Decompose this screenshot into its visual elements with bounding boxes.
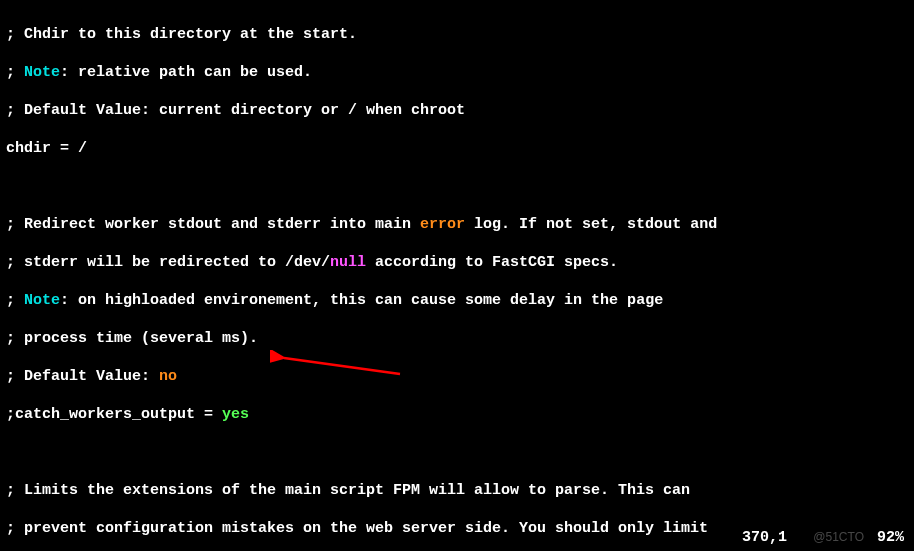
text: ; Default Value: [6, 368, 159, 385]
text: ; Default Value: current directory or / … [6, 102, 465, 119]
code-line: ;catch_workers_output = yes [6, 405, 914, 424]
text: : on highloaded environement, this can c… [60, 292, 663, 309]
text: ; Redirect worker stdout and stderr into… [6, 216, 420, 233]
code-line: ; Note: on highloaded environement, this… [6, 291, 914, 310]
terminal-editor[interactable]: ; Chdir to this directory at the start. … [0, 0, 914, 551]
text: ; [6, 64, 24, 81]
keyword-no: no [159, 368, 177, 385]
code-line: ; Default Value: current directory or / … [6, 101, 914, 120]
text: ; Chdir to this directory at the start. [6, 26, 357, 43]
code-line: ; process time (several ms). [6, 329, 914, 348]
code-line [6, 443, 914, 462]
status-percent: 92% [877, 529, 904, 546]
text: according to FastCGI specs. [366, 254, 618, 271]
code-line [6, 177, 914, 196]
keyword-yes: yes [222, 406, 249, 423]
keyword-null: null [330, 254, 366, 271]
code-line: ; Chdir to this directory at the start. [6, 25, 914, 44]
code-line: chdir = / [6, 139, 914, 158]
keyword-note: Note [24, 292, 60, 309]
text: ; stderr will be redirected to /dev/ [6, 254, 330, 271]
code-line: ; stderr will be redirected to /dev/null… [6, 253, 914, 272]
code-line: ; Default Value: no [6, 367, 914, 386]
code-line: ; Redirect worker stdout and stderr into… [6, 215, 914, 234]
text: log. If not set, stdout and [465, 216, 717, 233]
code-line: ; Limits the extensions of the main scri… [6, 481, 914, 500]
keyword-note: Note [24, 64, 60, 81]
text: ; Limits the extensions of the main scri… [6, 482, 690, 499]
code-line: ; Note: relative path can be used. [6, 63, 914, 82]
text: : relative path can be used. [60, 64, 312, 81]
text: ; [6, 292, 24, 309]
keyword-error: error [420, 216, 465, 233]
text: ;catch_workers_output = [6, 406, 222, 423]
status-position: 370,1 [742, 529, 787, 546]
text: ; process time (several ms). [6, 330, 258, 347]
text: chdir = / [6, 140, 87, 157]
vim-status-bar: 370,1 92% [742, 528, 904, 547]
text: ; prevent configuration mistakes on the … [6, 520, 708, 537]
